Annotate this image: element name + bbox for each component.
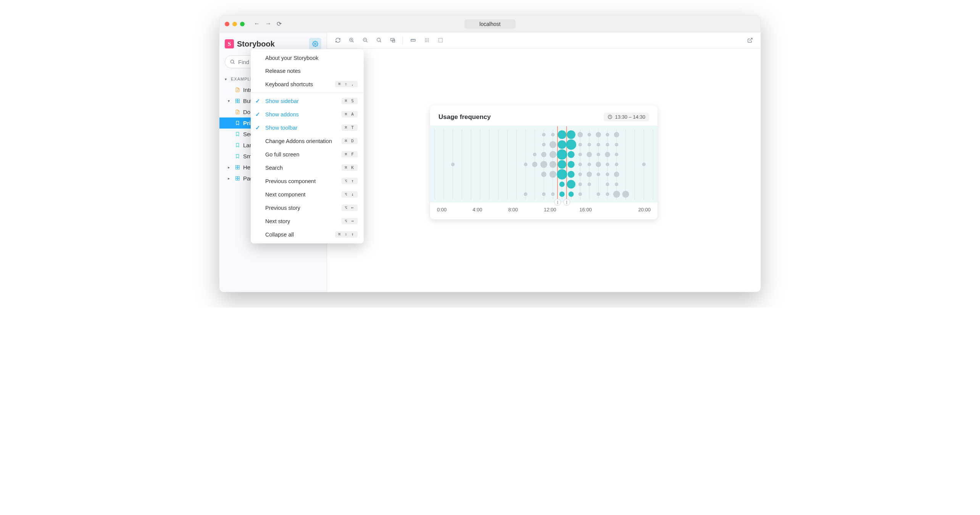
- browser-window: ← → ⟳ localhost S Storybook Find co: [219, 15, 761, 292]
- svg-point-111: [587, 182, 591, 186]
- reload-button[interactable]: ⟳: [277, 20, 282, 27]
- svg-rect-9: [238, 167, 239, 169]
- zoom-reset-icon: [376, 37, 382, 43]
- svg-point-61: [567, 130, 575, 139]
- menu-item-collapse-all[interactable]: Collapse all⌘ ⇧ ↑: [251, 228, 364, 241]
- menu-shortcut: ⌘ F: [342, 151, 358, 158]
- svg-point-28: [428, 41, 429, 42]
- chevron-icon: ▸: [228, 176, 232, 180]
- menu-item-release-notes[interactable]: Release notes: [251, 64, 364, 77]
- svg-point-118: [569, 192, 574, 197]
- svg-rect-10: [235, 177, 237, 178]
- svg-point-22: [428, 39, 429, 39]
- check-icon: ✓: [255, 98, 260, 104]
- time-range-badge[interactable]: 13:30 – 14:30: [604, 113, 649, 121]
- svg-point-114: [524, 192, 527, 196]
- x-tick-label: 8:00: [508, 207, 544, 212]
- svg-point-88: [532, 162, 537, 167]
- svg-point-64: [596, 132, 601, 137]
- back-button[interactable]: ←: [254, 20, 260, 27]
- zoom-in-button[interactable]: [345, 34, 358, 47]
- outline-button[interactable]: [434, 34, 446, 47]
- remount-button[interactable]: [332, 34, 344, 47]
- svg-point-21: [426, 39, 427, 39]
- svg-point-117: [559, 192, 565, 197]
- chart-x-axis: 0:004:008:0012:0016:0020:00: [430, 202, 658, 214]
- menu-shortcut: ⌥ ←: [342, 204, 358, 211]
- range-handle-right[interactable]: ||: [563, 199, 570, 206]
- svg-rect-3: [238, 99, 239, 101]
- story-icon: [235, 121, 240, 126]
- svg-point-122: [613, 191, 620, 198]
- component-icon: [235, 98, 240, 104]
- component-icon: [235, 165, 240, 170]
- svg-point-80: [567, 151, 574, 158]
- menu-shortcut: ⌘ T: [342, 124, 358, 131]
- range-handle-left[interactable]: ||: [554, 199, 561, 206]
- menu-shortcut: ⌥ ↓: [342, 191, 358, 198]
- menu-item-go-full-screen[interactable]: Go full screen⌘ F: [251, 148, 364, 161]
- menu-item-previous-component[interactable]: Previous component⌥ ↑: [251, 174, 364, 188]
- menu-item-label: Next component: [265, 192, 342, 198]
- svg-point-83: [596, 153, 600, 156]
- svg-rect-4: [235, 101, 237, 103]
- bubble-chart[interactable]: || ||: [430, 126, 658, 202]
- app-title: Storybook: [237, 40, 275, 48]
- svg-point-76: [533, 153, 536, 156]
- svg-point-81: [579, 153, 582, 156]
- svg-point-1: [230, 60, 234, 63]
- svg-point-70: [566, 140, 576, 150]
- svg-point-24: [426, 40, 427, 41]
- menu-item-show-addons[interactable]: ✓Show addons⌘ A: [251, 108, 364, 121]
- doc-icon: [235, 109, 240, 115]
- menu-item-previous-story[interactable]: Previous story⌥ ←: [251, 201, 364, 214]
- menu-item-about-your-storybook[interactable]: About your Storybook: [251, 52, 364, 64]
- settings-menu[interactable]: About your StorybookRelease notesKeyboar…: [251, 49, 364, 243]
- svg-point-62: [577, 132, 583, 137]
- measure-button[interactable]: [407, 34, 419, 47]
- minimize-window[interactable]: [232, 22, 237, 26]
- svg-point-90: [550, 161, 556, 168]
- menu-item-keyboard-shortcuts[interactable]: Keyboard shortcuts⌘ ⇧ ,: [251, 77, 364, 91]
- menu-item-change-addons-orientation[interactable]: Change Addons orientation⌘ D: [251, 134, 364, 148]
- clock-icon: [608, 114, 612, 119]
- canvas-toolbar: [327, 32, 761, 48]
- zoom-reset-button[interactable]: [373, 34, 385, 47]
- svg-point-0: [314, 43, 316, 45]
- toolbar-separator: [403, 36, 403, 45]
- close-window[interactable]: [225, 22, 229, 26]
- menu-item-label: Previous component: [265, 178, 342, 184]
- menu-item-show-sidebar[interactable]: ✓Show sidebar⌘ S: [251, 94, 364, 108]
- menu-shortcut: ⌘ D: [342, 138, 358, 144]
- svg-point-77: [541, 152, 546, 157]
- storybook-app: S Storybook Find co ▾ EXAMPLE Introduct: [219, 32, 761, 292]
- forward-button[interactable]: →: [265, 20, 271, 27]
- address-bar[interactable]: localhost: [464, 19, 516, 29]
- logo-badge: S: [225, 39, 234, 48]
- grid-button[interactable]: [421, 34, 433, 47]
- svg-point-106: [606, 172, 609, 176]
- check-icon: ✓: [255, 111, 260, 117]
- external-link-icon: [747, 37, 753, 43]
- svg-point-86: [451, 163, 455, 166]
- grid-icon: [424, 37, 430, 43]
- svg-point-121: [606, 192, 609, 196]
- settings-button[interactable]: [309, 38, 321, 50]
- menu-item-next-story[interactable]: Next story⌥ →: [251, 214, 364, 228]
- menu-item-label: Next story: [265, 218, 342, 224]
- x-tick-label: 12:00: [544, 207, 579, 212]
- usage-frequency-card: Usage frequency 13:30 – 14:30 || || 0:00…: [430, 106, 658, 219]
- menu-item-show-toolbar[interactable]: ✓Show toolbar⌘ T: [251, 121, 364, 134]
- svg-rect-29: [438, 39, 442, 42]
- menu-item-next-component[interactable]: Next component⌥ ↓: [251, 188, 364, 201]
- zoom-out-button[interactable]: [359, 34, 371, 47]
- story-icon: [235, 132, 240, 137]
- open-new-tab-button[interactable]: [744, 34, 756, 47]
- component-icon: [235, 176, 240, 181]
- svg-point-119: [579, 192, 582, 196]
- viewport-button[interactable]: [387, 34, 399, 47]
- sync-icon: [335, 37, 341, 43]
- menu-item-search[interactable]: Search⌘ K: [251, 161, 364, 174]
- svg-point-67: [542, 143, 545, 146]
- fullscreen-window[interactable]: [240, 22, 245, 26]
